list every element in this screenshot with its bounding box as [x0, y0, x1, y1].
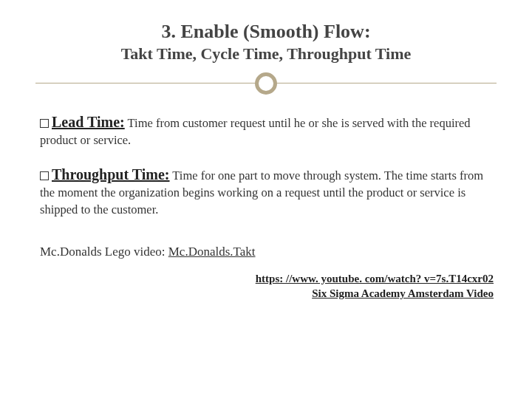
video-link[interactable]: Mc.Donalds.Takt	[168, 245, 256, 259]
slide: 3. Enable (Smooth) Flow: Takt Time, Cycl…	[0, 0, 532, 399]
slide-subtitle: Takt Time, Cycle Time, Throughput Time	[35, 44, 497, 64]
video-reference: Mc.Donalds Lego video: Mc.Donalds.Takt	[40, 245, 497, 259]
term-label: Throughput Time:	[52, 166, 170, 183]
slide-title: 3. Enable (Smooth) Flow:	[35, 21, 497, 43]
content-block: Lead Time: Time from customer request un…	[35, 112, 497, 301]
video-prefix: Mc.Donalds Lego video:	[40, 245, 168, 259]
square-bullet-icon	[40, 119, 49, 128]
term-label: Lead Time:	[52, 114, 125, 130]
title-block: 3. Enable (Smooth) Flow: Takt Time, Cycl…	[35, 21, 497, 64]
footer-links: https: //www. youtube. com/watch? v=7s.T…	[40, 271, 497, 301]
divider-circle-icon	[255, 72, 277, 95]
list-item: Lead Time: Time from customer request un…	[40, 112, 497, 149]
divider	[35, 69, 497, 99]
footer-label-link[interactable]: Six Sigma Academy Amsterdam Video	[40, 286, 494, 301]
list-item: Throughput Time: Time for one part to mo…	[40, 165, 497, 218]
footer-url-link[interactable]: https: //www. youtube. com/watch? v=7s.T…	[256, 273, 494, 284]
square-bullet-icon	[40, 171, 49, 180]
